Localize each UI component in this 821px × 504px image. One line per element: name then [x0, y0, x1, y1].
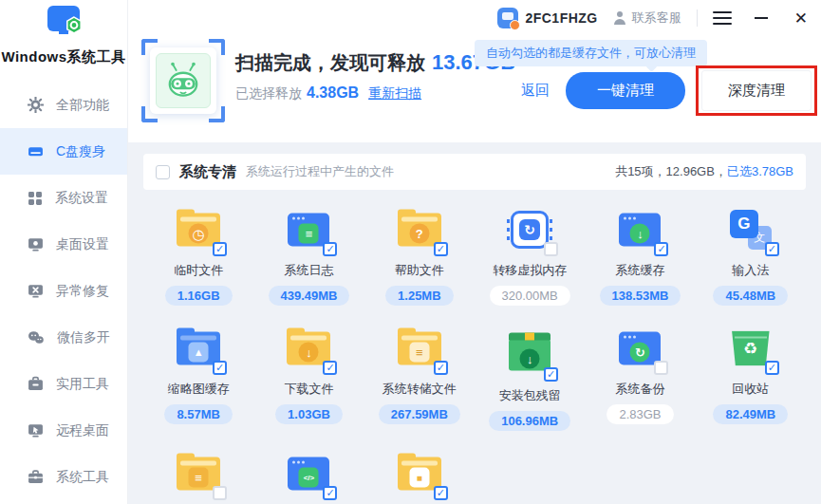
- cleanup-item-virtual-memory[interactable]: ↻ 转移虚拟内存 320.00MB: [475, 206, 585, 306]
- app-title: Windows系统工具: [0, 48, 127, 66]
- contact-support-label: 联系客服: [632, 9, 681, 27]
- titlebar-divider: [697, 9, 698, 27]
- item-name: 系统缓存: [585, 262, 695, 279]
- cleanup-item-recycle-bin[interactable]: ♻ ✓ 回收站 82.49MB: [696, 325, 806, 431]
- sidebar-menu: 全部功能 C盘瘦身 系统设置 桌面设置 异常修复 微信多开 实用工具 远程桌面: [0, 82, 127, 500]
- sidebar-item-label: 全部功能: [56, 97, 109, 114]
- sidebar-item-c-drive-slim[interactable]: C盘瘦身: [0, 128, 127, 175]
- cleanup-item-dotnet-cache[interactable]: </> ✓ .NET程序集缓存 531.94MB: [253, 450, 364, 504]
- scan-summary: 扫描完成，发现可释放13.67GB 已选择释放4.38GB重新扫描: [235, 50, 515, 103]
- help-files-icon: ? ✓: [394, 206, 445, 253]
- menu-hamburger-icon[interactable]: [713, 10, 732, 26]
- item-checkbox[interactable]: ✓: [765, 361, 779, 375]
- system-backup-icon: ↻: [614, 325, 665, 372]
- action-buttons: 返回 一键清理 深度清理: [521, 70, 812, 111]
- dotnet-cache-icon: </> ✓: [283, 450, 334, 497]
- sidebar-item-desktop-settings[interactable]: 桌面设置: [0, 221, 127, 268]
- item-name: 临时文件: [143, 262, 253, 279]
- sidebar-item-all-features[interactable]: 全部功能: [0, 82, 127, 128]
- input-method-icon: 文G ✓: [725, 206, 776, 253]
- scan-result-banner: 扫描完成，发现可释放13.67GB 已选择释放4.38GB重新扫描 自动勾选的都…: [128, 36, 821, 142]
- app-logo-icon: [42, 28, 85, 45]
- briefcase-icon: [28, 469, 44, 485]
- item-checkbox[interactable]: ✓: [323, 361, 337, 375]
- thumbnail-cache-icon: ▲ ✓: [173, 325, 224, 372]
- sample-files-icon: ■ ✓: [394, 450, 445, 497]
- account-badge[interactable]: 2FC1FHZG: [497, 8, 597, 28]
- item-checkbox[interactable]: ✓: [654, 242, 668, 256]
- item-checkbox[interactable]: ✓: [323, 486, 337, 500]
- sidebar-item-system-settings[interactable]: 系统设置: [0, 175, 127, 221]
- item-size-badge: 439.49MB: [269, 286, 350, 306]
- item-checkbox[interactable]: [654, 361, 668, 375]
- rescan-link[interactable]: 重新扫描: [368, 85, 421, 101]
- wechat-icon: [28, 329, 45, 345]
- cleanup-item-system-backup[interactable]: ↻ 系统备份 2.83GB: [585, 325, 695, 431]
- toolbox-icon: [28, 376, 44, 392]
- item-name: 输入法: [696, 262, 806, 279]
- cleanup-item-help-files[interactable]: ? ✓ 帮助文件 1.25MB: [364, 206, 475, 306]
- cleanup-item-system-logs[interactable]: ≡ ✓ 系统日志 439.49MB: [253, 206, 364, 306]
- item-name: 缩略图缓存: [143, 381, 253, 398]
- cleanup-item-sample-files[interactable]: ■ ✓ 示例文件 4.99MB: [364, 450, 475, 504]
- item-name: 回收站: [696, 381, 806, 398]
- sidebar-item-label: 系统工具: [56, 469, 109, 486]
- item-checkbox[interactable]: ✓: [213, 242, 227, 256]
- item-name: 系统备份: [585, 381, 695, 398]
- item-name: 安装包残留: [475, 387, 585, 404]
- item-checkbox[interactable]: ✓: [434, 361, 448, 375]
- minimize-icon[interactable]: [755, 17, 770, 19]
- one-click-clean-button[interactable]: 一键清理: [566, 72, 685, 109]
- winsxs-cache-icon: ≡: [173, 450, 224, 497]
- item-checkbox[interactable]: [544, 242, 558, 256]
- sidebar-item-wechat-multi[interactable]: 微信多开: [0, 314, 127, 361]
- item-name: 系统日志: [253, 262, 364, 279]
- cleanup-item-winsxs-cache[interactable]: ≡ WinSxS缓存 6.04GB: [143, 450, 253, 504]
- repair-icon: [28, 283, 44, 299]
- cleanup-item-system-cache[interactable]: ↓ ✓ 系统缓存 138.53MB: [585, 206, 695, 306]
- contact-support-button[interactable]: 联系客服: [613, 9, 681, 27]
- cleanup-item-thumbnail-cache[interactable]: ▲ ✓ 缩略图缓存 8.57MB: [143, 325, 253, 431]
- sidebar-item-error-repair[interactable]: 异常修复: [0, 268, 127, 314]
- gear-icon: [28, 97, 44, 113]
- close-icon[interactable]: ✕: [794, 10, 808, 27]
- section-summary: 共15项，12.96GB，已选3.78GB: [615, 163, 793, 180]
- installer-residue-icon: ↓ ✓: [504, 331, 555, 379]
- item-checkbox[interactable]: ✓: [323, 242, 337, 256]
- item-name: 转移虚拟内存: [475, 262, 585, 279]
- dump-files-icon: ≡ ✓: [394, 325, 445, 372]
- cleanup-item-temp-files[interactable]: ◷ ✓ 临时文件 1.16GB: [143, 206, 253, 306]
- cleanup-item-dump-files[interactable]: ≡ ✓ 系统转储文件 267.59MB: [364, 325, 475, 431]
- sidebar-item-label: 远程桌面: [56, 422, 109, 439]
- select-all-checkbox[interactable]: [156, 165, 170, 179]
- item-checkbox[interactable]: ✓: [544, 367, 558, 382]
- item-checkbox[interactable]: ✓: [213, 361, 227, 375]
- item-name: 系统转储文件: [364, 381, 475, 398]
- main-panel: 2FC1FHZG 联系客服 ✕: [128, 0, 821, 504]
- sidebar-item-label: 实用工具: [56, 376, 109, 393]
- item-checkbox[interactable]: ✓: [765, 242, 779, 256]
- cleanup-item-installer-residue[interactable]: ↓ ✓ 安装包残留 106.96MB: [475, 325, 585, 431]
- sidebar-item-label: 异常修复: [56, 283, 109, 300]
- virtual-memory-icon: ↻: [504, 206, 555, 253]
- sidebar-item-remote-desktop[interactable]: 远程桌面: [0, 407, 127, 454]
- back-button[interactable]: 返回: [521, 82, 550, 100]
- section-description: 系统运行过程中产生的文件: [246, 163, 394, 180]
- app-window: Windows系统工具 全部功能 C盘瘦身 系统设置 桌面设置 异常修复 微信多…: [0, 0, 821, 504]
- cleanup-item-input-method[interactable]: 文G ✓ 输入法 45.48MB: [696, 206, 806, 306]
- titlebar: 2FC1FHZG 联系客服 ✕: [128, 0, 821, 36]
- item-checkbox[interactable]: ✓: [434, 242, 448, 256]
- drive-icon: [28, 143, 44, 159]
- item-checkbox[interactable]: [213, 486, 227, 500]
- item-size-badge: 106.96MB: [489, 411, 570, 431]
- system-clean-section: 系统专清 系统运行过程中产生的文件 共15项，12.96GB，已选3.78GB …: [128, 142, 821, 504]
- system-logs-icon: ≡ ✓: [283, 206, 334, 253]
- item-checkbox[interactable]: ✓: [434, 486, 448, 500]
- cleanup-item-download-files[interactable]: ↓ ✓ 下载文件 1.03GB: [253, 325, 364, 431]
- sidebar-item-label: C盘瘦身: [56, 143, 105, 160]
- auto-select-tooltip: 自动勾选的都是缓存文件，可放心清理: [475, 40, 707, 66]
- deep-clean-button[interactable]: 深度清理: [701, 70, 812, 111]
- sidebar-item-system-tools[interactable]: 系统工具: [0, 454, 127, 500]
- temp-files-icon: ◷ ✓: [173, 206, 224, 253]
- sidebar-item-utilities[interactable]: 实用工具: [0, 361, 127, 407]
